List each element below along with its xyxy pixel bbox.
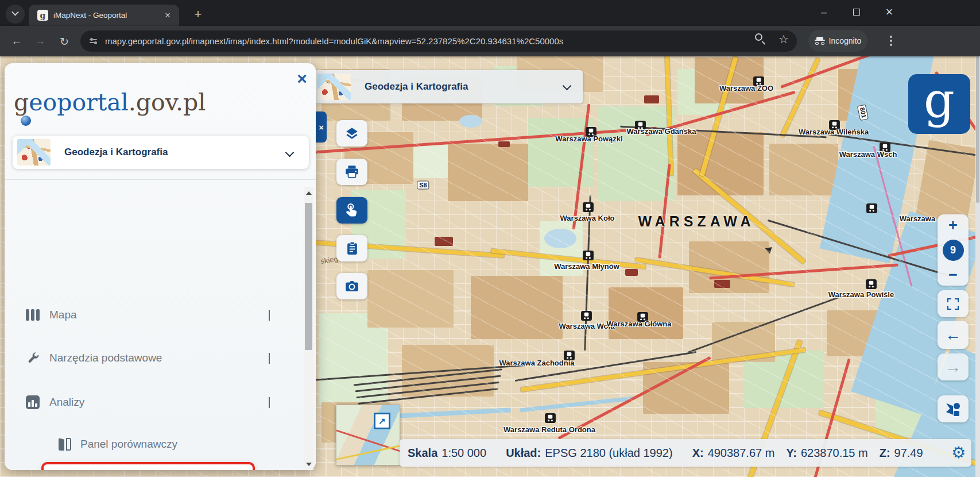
printer-icon xyxy=(344,164,359,179)
maximize-icon xyxy=(853,9,860,16)
open-minimap-icon[interactable]: ↗ xyxy=(374,413,390,429)
zoom-panel: + 9 − xyxy=(938,214,969,286)
sidebar-panel: × geoportal.gov.pl Geodezja i Kartografi… xyxy=(5,63,316,470)
scale-readout: Skala1:50 000 xyxy=(408,447,486,460)
scrollbar-thumb[interactable] xyxy=(305,203,312,350)
clipboard-icon xyxy=(345,241,359,256)
profile-thumbnail xyxy=(17,139,51,166)
columns-icon xyxy=(26,309,40,321)
sidebar-item-mapa[interactable]: Mapa xyxy=(5,303,316,326)
url-text: mapy.geoportal.gov.pl/imapnext/imap/inde… xyxy=(105,36,563,46)
layers-icon xyxy=(344,126,359,141)
map-profile-selector[interactable]: Geodezja i Kartografia xyxy=(313,70,583,103)
zoom-out-button[interactable]: − xyxy=(938,266,969,283)
chevron-down-icon xyxy=(285,148,295,157)
minimap-road xyxy=(336,428,400,455)
sidebar-item-analizy[interactable]: Analizy xyxy=(5,391,316,414)
select-tool-button[interactable] xyxy=(336,197,367,224)
overview-minimap[interactable] xyxy=(336,405,400,466)
browser-window: g iMapNext - Geoportal × + – × ← → ↻ map… xyxy=(0,0,980,477)
profile-thumbnail xyxy=(317,74,351,100)
view-forward-button[interactable]: → xyxy=(938,353,969,380)
settings-gear-icon[interactable]: ⚙ xyxy=(951,443,966,463)
address-bar[interactable]: mapy.geoportal.gov.pl/imapnext/imap/inde… xyxy=(80,30,797,52)
logo-globe-icon xyxy=(21,116,31,126)
window-minimize-button[interactable]: – xyxy=(811,0,837,24)
sidebar-item-narzędzia-podstawowe[interactable]: Narzędzia podstawowe xyxy=(5,347,316,370)
logo-g: g xyxy=(14,89,29,116)
station-label: Warszawa ZOO xyxy=(719,84,773,93)
new-tab-button[interactable]: + xyxy=(189,6,207,23)
browser-forward-button[interactable]: → xyxy=(32,33,49,50)
scroll-up-button[interactable] xyxy=(304,187,313,199)
z-readout: Z:97.49 xyxy=(880,447,923,460)
train-station-icon xyxy=(545,413,556,423)
sidebar-item-label: Analizy xyxy=(49,396,84,409)
chevron-down-icon xyxy=(269,397,270,407)
scrollbar-thumb[interactable] xyxy=(976,56,979,203)
directions-button[interactable] xyxy=(938,395,969,422)
browser-reload-button[interactable]: ↻ xyxy=(56,33,73,50)
view-back-button[interactable]: ← xyxy=(938,321,969,349)
station-label: Warszawa Gdańska xyxy=(627,127,696,136)
tap-hand-icon xyxy=(344,203,359,218)
window-close-button[interactable]: × xyxy=(876,0,902,24)
chevron-down-icon xyxy=(563,82,572,91)
directions-icon xyxy=(946,402,960,416)
station-label: Warszawa Koło xyxy=(560,214,615,222)
tab-search-button[interactable] xyxy=(6,5,25,24)
browser-tab[interactable]: g iMapNext - Geoportal × xyxy=(29,5,179,26)
print-button[interactable] xyxy=(336,159,367,185)
station-label: Warszawa Zachodnia xyxy=(499,359,575,367)
screenshot-button[interactable] xyxy=(336,273,367,299)
road-shield: 801 xyxy=(857,105,869,121)
tab-close-icon[interactable]: × xyxy=(162,10,173,21)
geoportal-logo-button[interactable]: g xyxy=(908,74,970,134)
page-content: WARSZAWA Warszawa ZOOWarszawa GdańskaWar… xyxy=(0,56,980,477)
bar-chart-icon xyxy=(26,395,40,409)
bookmark-star-icon[interactable]: ☆ xyxy=(778,32,789,46)
profile-selector[interactable]: Geodezja i Kartografia xyxy=(13,136,309,169)
station-label: Warszawa Młynów xyxy=(554,262,619,271)
sidebar-item-wyszukiwanie-tras[interactable]: Wyszukiwanie tras xyxy=(5,464,316,470)
incognito-icon xyxy=(815,37,825,45)
window-maximize-button[interactable] xyxy=(843,0,870,24)
browser-back-button[interactable]: ← xyxy=(8,33,25,50)
zoom-level-badge: 9 xyxy=(943,240,964,261)
sidebar-item-label: Wyszukiwanie tras xyxy=(80,470,171,470)
compare-panels-icon xyxy=(59,438,71,451)
station-label: Warszawa Powązki xyxy=(555,134,622,143)
site-info-icon[interactable] xyxy=(90,37,97,45)
scroll-down-button[interactable] xyxy=(304,458,313,470)
clipboard-button[interactable] xyxy=(336,235,367,261)
fullscreen-button[interactable] xyxy=(938,290,969,317)
sidebar-close-button[interactable]: × xyxy=(292,69,312,89)
x-readout: X:490387.67 m xyxy=(692,447,775,460)
geoportal-wordmark: geoportal.gov.pl xyxy=(14,89,206,116)
browser-menu-button[interactable] xyxy=(884,34,898,48)
train-station-icon xyxy=(866,203,877,213)
incognito-badge: Incognito xyxy=(808,30,867,52)
y-readout: Y:623870.15 m xyxy=(786,447,867,460)
camera-icon xyxy=(344,279,359,294)
road-shield: S8 xyxy=(417,181,429,190)
page-zoom-icon[interactable] xyxy=(755,33,762,41)
chevron-right-icon xyxy=(269,353,270,363)
sidebar-item-label: Mapa xyxy=(49,309,77,321)
station-label: Warszawa Reduta Ordona xyxy=(503,425,595,434)
tab-favicon-icon: g xyxy=(37,10,48,21)
chevron-right-icon xyxy=(269,310,270,320)
station-label: Warszawa Główna xyxy=(607,320,672,328)
train-station-icon xyxy=(581,311,592,321)
page-scrollbar[interactable] xyxy=(975,56,980,477)
train-station-icon xyxy=(583,202,594,212)
profile-label: Geodezja i Kartografia xyxy=(64,147,168,158)
station-label: Warszawa Wileńska xyxy=(799,128,869,136)
station-label: Warszawa Wsch xyxy=(839,150,897,159)
sidebar-item-panel-porównawczy[interactable]: Panel porównawczy xyxy=(5,433,316,456)
sidebar-scrollbar[interactable] xyxy=(304,187,313,470)
chevron-down-icon xyxy=(11,9,19,16)
layers-button[interactable] xyxy=(336,120,367,147)
status-bar: Skala1:50 000 Układ:EPSG 2180 (układ 199… xyxy=(400,439,971,467)
zoom-in-button[interactable]: + xyxy=(938,217,969,234)
